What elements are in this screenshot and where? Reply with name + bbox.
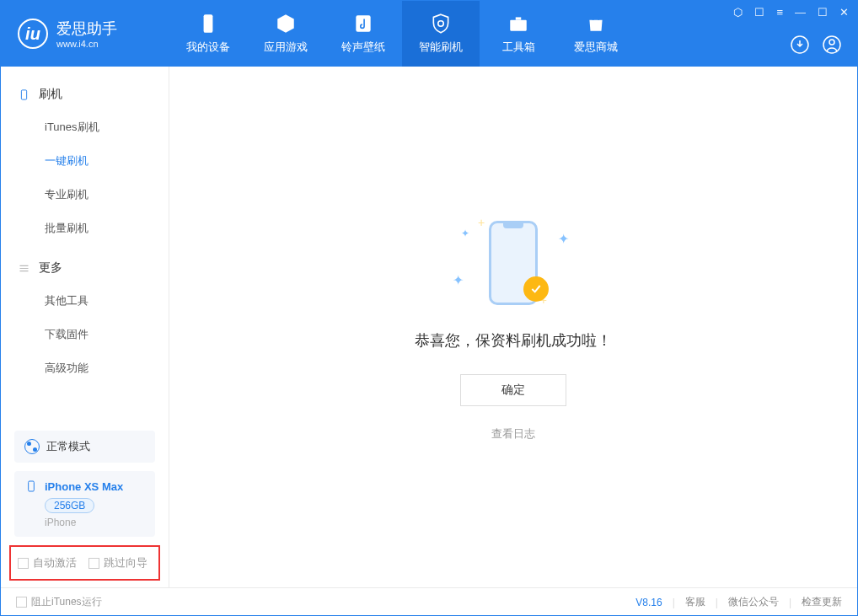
checkbox-label: 跳过向导: [104, 555, 147, 570]
list-icon: [18, 262, 30, 275]
header-actions: [790, 35, 842, 55]
checkbox-icon: [18, 558, 29, 569]
tab-store[interactable]: 爱思商城: [557, 1, 635, 67]
tab-my-device[interactable]: 我的设备: [169, 1, 247, 67]
support-link[interactable]: 客服: [685, 595, 705, 609]
tab-smart-flash[interactable]: 智能刷机: [402, 1, 480, 67]
device-storage: 256GB: [45, 498, 94, 513]
version-label: V8.16: [635, 597, 662, 608]
minimize-button[interactable]: —: [795, 6, 806, 19]
maximize-button[interactable]: ☐: [818, 6, 828, 19]
footer: 阻止iTunes运行 V8.16 | 客服 | 微信公众号 | 检查更新: [1, 587, 857, 616]
device-mode-label: 正常模式: [46, 439, 90, 454]
menu-icon[interactable]: ≡: [776, 6, 783, 19]
sidebar-item-batch-flash[interactable]: 批量刷机: [1, 212, 169, 245]
tab-label: 爱思商城: [574, 40, 618, 55]
music-icon: [352, 13, 374, 35]
svg-rect-8: [29, 481, 35, 491]
svg-rect-3: [516, 17, 522, 19]
tab-toolbox[interactable]: 工具箱: [480, 1, 557, 67]
device-name: iPhone XS Max: [45, 480, 123, 493]
tab-ringtones[interactable]: 铃声壁纸: [324, 1, 402, 67]
download-icon[interactable]: [790, 35, 810, 55]
sidebar-item-download-firmware[interactable]: 下载固件: [1, 318, 169, 351]
nav-tabs: 我的设备 应用游戏 铃声壁纸 智能刷机 工具箱 爱思商城: [169, 1, 635, 67]
device-mode-card[interactable]: 正常模式: [14, 431, 155, 463]
sidebar-item-oneclick-flash[interactable]: 一键刷机: [1, 144, 169, 178]
device-info-card[interactable]: iPhone XS Max 256GB iPhone: [14, 471, 155, 537]
wechat-link[interactable]: 微信公众号: [728, 595, 779, 609]
svg-rect-2: [510, 20, 527, 31]
app-header: iu 爱思助手 www.i4.cn 我的设备 应用游戏 铃声壁纸 智能刷机 工具…: [1, 1, 857, 67]
sidebar-header-more: 更多: [1, 252, 169, 284]
sidebar-item-advanced[interactable]: 高级功能: [1, 351, 169, 385]
user-icon[interactable]: [822, 35, 842, 55]
phone-outline-icon: [24, 479, 38, 493]
app-title: 爱思助手: [56, 19, 117, 39]
sidebar-header-flash: 刷机: [1, 78, 169, 110]
close-button[interactable]: ✕: [839, 6, 849, 19]
mode-icon: [24, 439, 40, 454]
checkbox-auto-activate[interactable]: 自动激活: [18, 555, 77, 570]
checkbox-block-itunes[interactable]: 阻止iTunes运行: [16, 595, 102, 609]
checkmark-badge-icon: [523, 276, 549, 302]
shield-refresh-icon: [430, 13, 452, 35]
checkbox-skip-guide[interactable]: 跳过向导: [88, 555, 147, 570]
svg-rect-7: [21, 89, 26, 99]
device-icon: [18, 88, 30, 101]
tab-label: 应用游戏: [264, 40, 308, 55]
shirt-icon[interactable]: ⬡: [733, 6, 743, 19]
app-logo-icon: iu: [18, 19, 48, 49]
checkbox-label: 自动激活: [33, 555, 77, 570]
logo-area: iu 爱思助手 www.i4.cn: [1, 19, 169, 49]
app-url: www.i4.cn: [56, 39, 117, 49]
sidebar-header-label: 更多: [39, 260, 62, 276]
tab-label: 铃声壁纸: [341, 40, 385, 55]
device-type: iPhone: [45, 517, 145, 528]
feedback-icon[interactable]: ☐: [754, 6, 764, 19]
svg-rect-1: [356, 15, 370, 32]
checkbox-icon: [16, 597, 27, 608]
success-message: 恭喜您，保资料刷机成功啦！: [415, 330, 612, 351]
sidebar-item-pro-flash[interactable]: 专业刷机: [1, 178, 169, 212]
window-controls: ⬡ ☐ ≡ — ☐ ✕: [733, 6, 849, 19]
sidebar-item-other-tools[interactable]: 其他工具: [1, 284, 169, 318]
tab-label: 智能刷机: [419, 40, 463, 55]
tab-label: 我的设备: [186, 40, 230, 55]
sidebar-header-label: 刷机: [39, 87, 62, 102]
bag-icon: [585, 13, 607, 35]
svg-rect-0: [204, 14, 213, 33]
sidebar: 刷机 iTunes刷机 一键刷机 专业刷机 批量刷机 更多 其他工具 下载固件 …: [1, 67, 169, 587]
checkbox-label: 阻止iTunes运行: [31, 595, 102, 609]
ok-button[interactable]: 确定: [460, 374, 566, 406]
sidebar-item-itunes-flash[interactable]: iTunes刷机: [1, 110, 169, 144]
svg-point-6: [829, 40, 834, 45]
main-content: ✦ ✦ ✦ + + 恭喜您，保资料刷机成功啦！ 确定 查看日志: [169, 67, 857, 587]
flash-options-highlighted: 自动激活 跳过向导: [9, 545, 160, 581]
checkbox-icon: [88, 558, 99, 569]
tab-apps-games[interactable]: 应用游戏: [247, 1, 324, 67]
toolbox-icon: [507, 13, 529, 35]
success-illustration: ✦ ✦ ✦ + +: [446, 212, 581, 313]
tab-label: 工具箱: [502, 40, 535, 55]
phone-icon: [197, 13, 219, 35]
view-log-link[interactable]: 查看日志: [491, 426, 535, 442]
check-update-link[interactable]: 检查更新: [802, 595, 842, 609]
cube-icon: [275, 13, 297, 35]
